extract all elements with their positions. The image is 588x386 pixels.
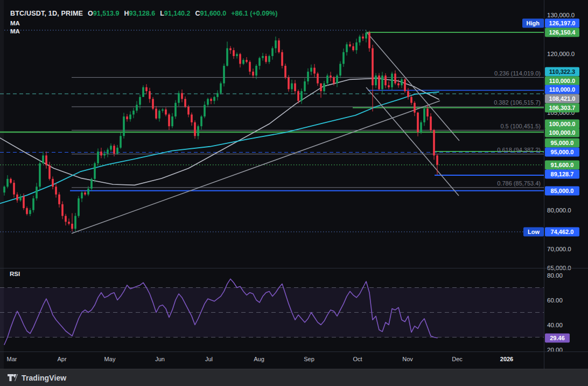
candle-body[interactable]: [391, 74, 393, 87]
descending-line-lower[interactable]: [366, 87, 459, 196]
candle-body[interactable]: [304, 81, 306, 91]
candle-body[interactable]: [23, 196, 25, 208]
candle-body[interactable]: [187, 107, 190, 114]
candle-body[interactable]: [165, 109, 167, 114]
candle-body[interactable]: [381, 75, 383, 89]
candle-body[interactable]: [326, 75, 328, 83]
candle-body[interactable]: [281, 52, 283, 66]
candle-body[interactable]: [42, 155, 44, 163]
candle-body[interactable]: [213, 97, 215, 101]
candle-body[interactable]: [58, 195, 60, 204]
candle-body[interactable]: [65, 216, 67, 222]
candle-body[interactable]: [152, 99, 154, 109]
candle-body[interactable]: [210, 99, 212, 101]
candle-body[interactable]: [307, 72, 309, 81]
candle-body[interactable]: [207, 99, 209, 105]
candle-body[interactable]: [103, 154, 106, 156]
candle-body[interactable]: [13, 183, 15, 195]
candle-body[interactable]: [313, 68, 316, 74]
ma-indicator-label-2[interactable]: MA: [10, 28, 20, 35]
candle-body[interactable]: [236, 54, 238, 56]
time-axis-tick[interactable]: Sep: [304, 356, 314, 362]
time-axis-tick[interactable]: 2026: [500, 356, 513, 362]
candle-body[interactable]: [239, 54, 241, 64]
candle-body[interactable]: [216, 93, 219, 97]
ma-cyan-line[interactable]: [0, 92, 439, 203]
candle-body[interactable]: [191, 114, 193, 122]
candle-body[interactable]: [168, 114, 170, 126]
candle-body[interactable]: [48, 165, 51, 178]
candle-body[interactable]: [242, 60, 244, 64]
candle-body[interactable]: [136, 105, 138, 111]
time-axis[interactable]: MarAprMayJunJulAugSepOctNovDec2026: [0, 351, 588, 369]
candle-body[interactable]: [388, 85, 390, 87]
candle-body[interactable]: [26, 208, 28, 214]
pane-separator[interactable]: [0, 268, 588, 268]
candle-body[interactable]: [407, 91, 409, 97]
candle-body[interactable]: [349, 44, 351, 46]
candle-body[interactable]: [294, 84, 296, 91]
candle-body[interactable]: [233, 50, 235, 56]
candle-body[interactable]: [226, 48, 228, 66]
candle-body[interactable]: [368, 33, 370, 49]
candle-body[interactable]: [404, 79, 406, 91]
candle-body[interactable]: [113, 146, 115, 153]
candle-body[interactable]: [78, 198, 80, 216]
candle-body[interactable]: [29, 210, 31, 214]
candle-body[interactable]: [178, 93, 180, 103]
symbol-title[interactable]: BTC/USDT, 1D, PRIME: [10, 10, 83, 17]
candle-body[interactable]: [116, 148, 118, 154]
candle-body[interactable]: [265, 56, 267, 62]
candle-body[interactable]: [436, 155, 438, 164]
candle-body[interactable]: [352, 46, 354, 50]
candle-body[interactable]: [284, 66, 286, 78]
candle-body[interactable]: [155, 109, 157, 119]
candle-body[interactable]: [362, 37, 364, 39]
candle-body[interactable]: [94, 163, 96, 179]
candle-body[interactable]: [223, 66, 225, 84]
candle-body[interactable]: [126, 116, 128, 119]
time-axis-tick[interactable]: Aug: [254, 356, 264, 362]
candle-body[interactable]: [194, 122, 196, 136]
candle-body[interactable]: [39, 163, 41, 187]
candle-body[interactable]: [71, 224, 73, 229]
candle-body[interactable]: [258, 58, 261, 66]
candle-body[interactable]: [414, 103, 416, 113]
time-axis-tick[interactable]: Jun: [155, 356, 165, 362]
candle-body[interactable]: [84, 192, 86, 195]
time-axis-tick[interactable]: Jul: [205, 356, 213, 362]
candle-body[interactable]: [300, 91, 303, 101]
candle-body[interactable]: [291, 84, 293, 89]
time-axis-tick[interactable]: May: [104, 356, 116, 362]
time-axis-tick[interactable]: Oct: [353, 356, 362, 362]
candle-body[interactable]: [246, 60, 248, 62]
candle-body[interactable]: [36, 187, 38, 198]
candle-body[interactable]: [394, 74, 396, 84]
candle-body[interactable]: [123, 116, 125, 136]
candle-body[interactable]: [174, 103, 177, 116]
candle-body[interactable]: [3, 187, 5, 192]
candle-body[interactable]: [16, 195, 18, 201]
time-axis-tick[interactable]: Mar: [7, 356, 17, 362]
candle-body[interactable]: [129, 114, 131, 119]
candle-body[interactable]: [317, 74, 319, 84]
candle-body[interactable]: [249, 62, 251, 72]
candle-body[interactable]: [55, 187, 57, 194]
candle-body[interactable]: [384, 75, 387, 85]
candle-body[interactable]: [204, 105, 206, 116]
candle-body[interactable]: [346, 44, 348, 52]
candle-body[interactable]: [271, 48, 274, 56]
candle-body[interactable]: [90, 179, 93, 189]
candle-body[interactable]: [45, 155, 47, 165]
candle-body[interactable]: [200, 116, 202, 126]
candle-body[interactable]: [355, 43, 358, 50]
candle-body[interactable]: [336, 75, 338, 83]
candle-body[interactable]: [372, 48, 374, 85]
candle-body[interactable]: [100, 151, 102, 155]
candle-body[interactable]: [278, 40, 280, 52]
candle-body[interactable]: [423, 109, 425, 122]
candle-body[interactable]: [378, 75, 380, 89]
candle-body[interactable]: [420, 122, 422, 132]
candle-body[interactable]: [433, 130, 435, 155]
candle-body[interactable]: [297, 91, 299, 101]
